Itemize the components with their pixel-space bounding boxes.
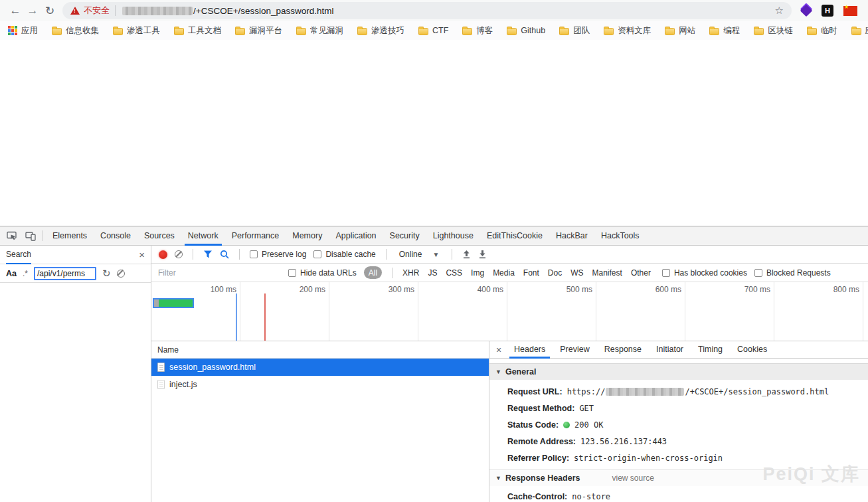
forward-icon[interactable]: → xyxy=(24,4,41,17)
bookmark-label: 应急响应中 xyxy=(865,25,868,37)
import-har-icon[interactable] xyxy=(462,250,471,259)
request-row-selected[interactable]: session_password.html xyxy=(151,359,489,376)
filter-type[interactable]: WS xyxy=(570,268,583,278)
devtools-tab[interactable]: Console xyxy=(94,226,137,246)
clear-search-icon[interactable] xyxy=(117,270,125,278)
bookmark-folder[interactable]: CTF xyxy=(418,25,448,37)
timeline-tick-label: 200 ms xyxy=(240,282,329,341)
timeline-tick-label: 700 ms xyxy=(685,282,774,341)
not-secure-label[interactable]: 不安全 xyxy=(84,5,110,17)
filter-type[interactable]: Img xyxy=(471,268,484,278)
bookmark-folder[interactable]: 渗透工具 xyxy=(113,25,160,37)
filter-all-pill[interactable]: All xyxy=(364,266,382,279)
view-source-link[interactable]: view source xyxy=(612,473,653,483)
bookmark-folder[interactable]: 团队 xyxy=(559,25,590,37)
filter-type[interactable]: Doc xyxy=(548,268,562,278)
hacktools-extension-icon[interactable] xyxy=(800,5,813,17)
devtools-tab[interactable]: Application xyxy=(329,226,383,246)
omnibox-divider xyxy=(115,5,116,16)
details-tab[interactable]: Preview xyxy=(553,341,596,359)
details-tab[interactable]: Response xyxy=(597,341,649,359)
name-column-header[interactable]: Name xyxy=(151,341,489,359)
devtools-tab[interactable]: Security xyxy=(383,226,426,246)
timeline-overview[interactable]: 100 ms200 ms300 ms400 ms500 ms600 ms700 … xyxy=(151,282,868,341)
devtools-tab[interactable]: Lighthouse xyxy=(426,226,480,246)
has-blocked-cookies-checkbox[interactable] xyxy=(662,269,670,277)
record-button[interactable] xyxy=(159,250,167,259)
refresh-search-icon[interactable]: ↻ xyxy=(102,268,111,280)
devtools-tab[interactable]: HackTools xyxy=(594,226,646,246)
flag-extension-icon[interactable] xyxy=(843,6,857,16)
devtools-tab[interactable]: HackBar xyxy=(549,226,594,246)
bookmark-folder[interactable]: 应急响应中 xyxy=(851,25,868,37)
disable-cache-checkbox[interactable] xyxy=(313,250,321,258)
bookmark-folder[interactable]: 博客 xyxy=(462,25,493,37)
devtools-tab[interactable]: EditThisCookie xyxy=(480,226,549,246)
bookmark-folder[interactable]: 资料文库 xyxy=(604,25,651,37)
close-details-icon[interactable]: × xyxy=(491,345,507,355)
search-panel-header: Search × xyxy=(0,246,151,264)
response-headers-body: Cache-Control: no-store xyxy=(489,486,868,502)
devtools-tab[interactable]: Memory xyxy=(286,226,329,246)
search-input[interactable] xyxy=(34,267,96,280)
export-har-icon[interactable] xyxy=(478,250,487,259)
bookmark-folder[interactable]: 工具文档 xyxy=(174,25,221,37)
search-tab[interactable]: Search xyxy=(6,246,31,264)
bookmark-folder[interactable]: Github xyxy=(507,25,545,37)
bookmark-folder[interactable]: 漏洞平台 xyxy=(235,25,282,37)
bookmark-folder[interactable]: 编程 xyxy=(709,25,740,37)
details-tab[interactable]: Headers xyxy=(507,341,553,359)
devtools-tab[interactable]: Elements xyxy=(46,226,94,246)
filter-funnel-icon[interactable] xyxy=(203,250,213,258)
back-icon[interactable]: ← xyxy=(7,4,24,17)
address-bar[interactable]: 不安全 /+CSCOE+/session_password.html ☆ xyxy=(62,2,792,19)
hide-data-urls-checkbox[interactable] xyxy=(288,269,296,277)
bookmark-folder[interactable]: 信息收集 xyxy=(52,25,99,37)
throttling-dropdown[interactable]: Online ▼ xyxy=(396,250,442,259)
refresh-icon[interactable]: ↻ xyxy=(41,4,58,18)
bookmark-folder[interactable]: 渗透技巧 xyxy=(357,25,404,37)
regex-button[interactable]: .* xyxy=(23,269,28,278)
spacer xyxy=(489,359,868,363)
details-tab[interactable]: Initiator xyxy=(649,341,691,359)
filter-input[interactable] xyxy=(158,266,281,279)
filter-types: XHRJSCSSImgMediaFontDocWSManifestOther xyxy=(402,268,651,278)
general-section-header[interactable]: ▼ General xyxy=(489,363,868,380)
bookmark-folder[interactable]: 临时 xyxy=(807,25,837,37)
filter-type[interactable]: Font xyxy=(523,268,539,278)
chevron-down-icon: ▼ xyxy=(432,251,439,258)
bookmark-folder[interactable]: 常见漏洞 xyxy=(296,25,343,37)
filter-type[interactable]: XHR xyxy=(402,268,419,278)
response-headers-section-header[interactable]: ▼ Response Headers view source xyxy=(489,469,868,486)
devtools-tab[interactable]: Network xyxy=(181,226,225,246)
devtools-tab[interactable]: Sources xyxy=(137,226,181,246)
search-requests-icon[interactable] xyxy=(220,250,229,259)
devtools-tab[interactable]: Performance xyxy=(225,226,286,246)
folder-icon xyxy=(604,28,614,35)
filter-type[interactable]: Manifest xyxy=(592,268,622,278)
device-toolbar-icon[interactable] xyxy=(21,226,40,245)
request-row[interactable]: inject.js xyxy=(151,376,489,393)
toolbar-divider xyxy=(193,249,193,260)
blocked-requests-checkbox[interactable] xyxy=(754,269,762,277)
hackbar-extension-icon[interactable]: H xyxy=(822,5,833,17)
bookmark-folder[interactable]: 网站 xyxy=(665,25,695,37)
bookmark-star-icon[interactable]: ☆ xyxy=(775,5,784,17)
apps-shortcut[interactable]: 应用 xyxy=(8,25,38,37)
preserve-log-checkbox[interactable] xyxy=(250,250,258,258)
filter-type[interactable]: Media xyxy=(493,268,515,278)
bookmark-label: 博客 xyxy=(476,25,493,37)
close-search-icon[interactable]: × xyxy=(139,250,145,260)
search-panel: Search × Aa .* ↻ xyxy=(0,246,151,502)
redacted-host xyxy=(606,388,684,396)
filter-type[interactable]: Other xyxy=(631,268,651,278)
clear-requests-icon[interactable] xyxy=(175,250,183,258)
bookmark-folder[interactable]: 区块链 xyxy=(754,25,793,37)
match-case-button[interactable]: Aa xyxy=(6,269,17,278)
bookmark-label: 常见漏洞 xyxy=(310,25,343,37)
details-tab[interactable]: Timing xyxy=(691,341,730,359)
inspect-element-icon[interactable] xyxy=(3,226,21,245)
filter-type[interactable]: CSS xyxy=(446,268,462,278)
details-tab[interactable]: Cookies xyxy=(730,341,774,359)
filter-type[interactable]: JS xyxy=(428,268,437,278)
